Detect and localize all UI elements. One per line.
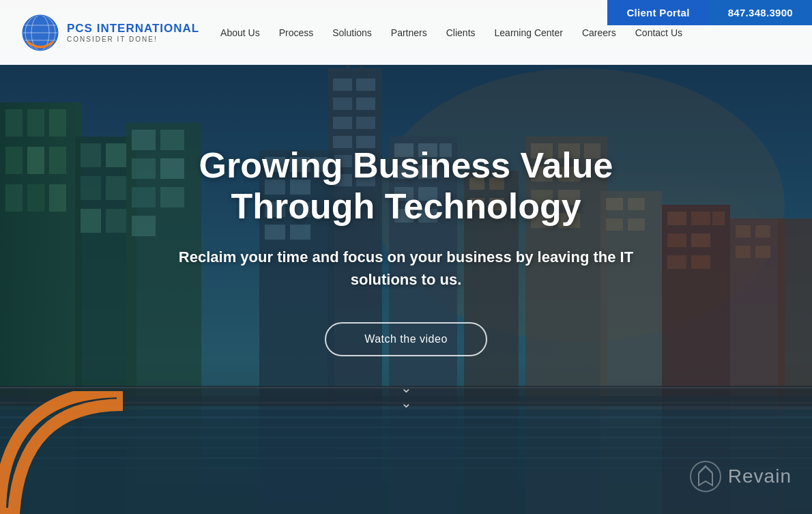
logo-text: PCS INTERNATIONAL CONSIDER IT DONE! [67,22,199,43]
nav-clients[interactable]: Clients [446,27,476,38]
main-nav: About Us Process Solutions Partners Clie… [220,27,792,38]
nav-learning-center[interactable]: Learning Center [495,27,563,38]
revain-icon [688,459,723,494]
nav-process[interactable]: Process [279,27,314,38]
top-bar: Client Portal 847.348.3900 [607,0,812,25]
orange-curve-decoration [0,391,123,514]
hero-subtitle: Reclaim your time and focus on your busi… [160,246,652,291]
chevron-down-icon-1: ⌄ [401,381,412,395]
revain-watermark: Revain [688,459,792,494]
logo-name: PCS INTERNATIONAL [67,22,199,35]
hero-title: Growing Business Value Through Technolog… [147,145,665,227]
scroll-chevrons: ⌄ ⌄ [401,381,412,410]
nav-careers[interactable]: Careers [582,27,616,38]
logo-tagline: CONSIDER IT DONE! [67,35,199,43]
logo-area[interactable]: PCS INTERNATIONAL CONSIDER IT DONE! [20,13,199,53]
logo-globe-icon [20,13,60,53]
nav-contact-us[interactable]: Contact Us [635,27,682,38]
hero-section: Growing Business Value Through Technolog… [0,0,812,514]
nav-about-us[interactable]: About Us [220,27,260,38]
revain-label: Revain [728,466,792,487]
client-portal-button[interactable]: Client Portal [607,0,708,25]
nav-partners[interactable]: Partners [391,27,427,38]
watch-video-button[interactable]: Watch the video [325,322,487,356]
phone-button[interactable]: 847.348.3900 [709,0,812,25]
nav-solutions[interactable]: Solutions [332,27,372,38]
chevron-down-icon-2: ⌄ [401,396,412,410]
